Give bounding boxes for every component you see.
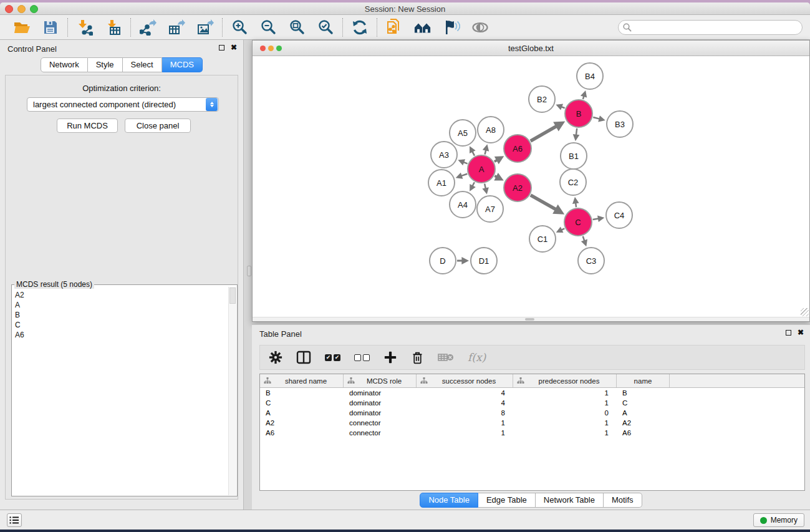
result-scrollbar[interactable] (228, 287, 236, 495)
zoom-in-icon[interactable] (231, 19, 248, 36)
table-toolbar: ✔✔ f(x) (259, 345, 805, 370)
table-row[interactable]: A2connector11A2 (260, 418, 804, 428)
node-label-A6: A6 (513, 144, 523, 153)
select-all-checks-icon[interactable]: ✔✔ (325, 354, 340, 361)
close-table-panel-icon[interactable]: ✖ (798, 329, 804, 336)
cell-predecessor-nodes: 1 (513, 399, 617, 407)
node-label-B4: B4 (585, 72, 595, 81)
delete-table-icon[interactable] (438, 352, 454, 363)
export-image-icon[interactable] (196, 19, 214, 36)
close-panel-icon[interactable]: ✖ (231, 44, 237, 51)
zoom-selected-icon[interactable] (317, 19, 334, 36)
close-panel-button[interactable]: Close panel (125, 118, 191, 133)
mcds-result-box: MCDS result (5 nodes) A2ABCA6 (11, 284, 238, 496)
cell-successor-nodes: 4 (417, 399, 513, 407)
show-eye-icon[interactable] (471, 19, 489, 36)
export-network-icon[interactable] (139, 19, 157, 36)
import-table-icon[interactable] (105, 19, 122, 36)
table-row[interactable]: A6connector11A6 (260, 428, 804, 438)
result-item[interactable]: C (15, 320, 228, 330)
table-row[interactable]: Bdominator41B (260, 388, 804, 398)
tab-mcds[interactable]: MCDS (162, 57, 203, 72)
column-header-shared-name[interactable]: shared name (260, 374, 344, 387)
cell-predecessor-nodes: 0 (513, 409, 617, 417)
cell-name: C (617, 399, 670, 407)
arrowhead (483, 144, 489, 151)
table-row[interactable]: Adominator80A (260, 408, 804, 418)
import-network-icon[interactable] (76, 19, 94, 36)
cell-successor-nodes: 8 (417, 409, 513, 417)
column-header-successor-nodes[interactable]: successor nodes (417, 374, 513, 387)
open-file-icon[interactable] (13, 19, 31, 36)
table-panel: Table Panel ✖ ✔✔ (252, 324, 810, 510)
export-table-icon[interactable] (168, 19, 185, 36)
result-item[interactable]: A (15, 300, 228, 310)
window-resize-grip[interactable] (801, 308, 809, 316)
network-canvas[interactable]: B4B2BB3A5A8A6A3B1AA1C2A2A4A7CC4C1C3DD1 (253, 56, 809, 321)
tab-edge-table[interactable]: Edge Table (478, 493, 536, 508)
network-graph[interactable]: B4B2BB3A5A8A6A3B1AA1C2A2A4A7CC4C1C3DD1 (253, 56, 809, 321)
tab-style[interactable]: Style (88, 57, 123, 72)
node-label-B: B (576, 109, 582, 118)
tab-node-table[interactable]: Node Table (420, 493, 478, 508)
tab-network-table[interactable]: Network Table (536, 493, 604, 508)
cell-MCDS-role: dominator (344, 409, 417, 417)
main-content: Control Panel ✖ NetworkStyleSelectMCDS O… (0, 40, 810, 510)
add-column-icon[interactable] (383, 351, 397, 364)
clone-network-icon[interactable] (385, 19, 403, 36)
criterion-select[interactable]: largest connected component (directed) (27, 97, 219, 112)
network-hscrollbar[interactable] (253, 317, 809, 321)
select-stepper-icon (206, 98, 218, 111)
edge-A6-B[interactable] (531, 126, 557, 141)
save-session-icon[interactable] (42, 19, 59, 36)
node-label-A2: A2 (513, 183, 523, 193)
first-neighbors-icon[interactable] (414, 19, 432, 36)
mcds-result-list[interactable]: A2ABCA6 (12, 287, 228, 495)
hide-graphics-details-icon[interactable] (443, 19, 460, 36)
task-history-button[interactable] (7, 513, 22, 527)
float-table-panel-icon[interactable] (786, 330, 791, 336)
node-label-D1: D1 (479, 256, 489, 266)
arrowhead (456, 173, 463, 179)
splitter-handle[interactable] (247, 266, 251, 276)
result-item[interactable]: B (15, 310, 228, 320)
run-mcds-button[interactable]: Run MCDS (57, 118, 118, 133)
split-columns-icon[interactable] (296, 351, 311, 364)
result-item[interactable]: A6 (15, 330, 228, 340)
search-input[interactable] (618, 20, 803, 35)
control-panel: Control Panel ✖ NetworkStyleSelectMCDS O… (0, 40, 244, 510)
node-label-A4: A4 (458, 200, 468, 210)
delete-column-icon[interactable] (411, 351, 424, 365)
tab-motifs[interactable]: Motifs (604, 493, 642, 508)
zoom-fit-icon[interactable] (288, 19, 306, 36)
node-label-A7: A7 (485, 205, 495, 214)
float-panel-icon[interactable] (219, 45, 224, 51)
network-window-title: testGlobe.txt (253, 44, 809, 53)
tab-select[interactable]: Select (123, 57, 162, 72)
gear-icon[interactable] (269, 351, 282, 364)
arrowhead (598, 115, 605, 122)
screen: Session: New Session (0, 0, 810, 532)
refresh-layout-icon[interactable] (351, 19, 369, 36)
zoom-out-icon[interactable] (259, 19, 277, 36)
memory-label: Memory (771, 516, 798, 525)
cell-name: A2 (617, 419, 670, 427)
cell-shared-name: A (260, 409, 344, 417)
result-item[interactable]: A2 (15, 290, 228, 300)
node-label-A8: A8 (486, 125, 496, 135)
memory-button[interactable]: Memory (753, 513, 804, 527)
column-header-name[interactable]: name (617, 374, 670, 387)
column-header-MCDS-role[interactable]: MCDS role (344, 374, 417, 387)
deselect-checks-icon[interactable] (354, 354, 370, 361)
node-label-C4: C4 (614, 211, 625, 220)
column-header-predecessor-nodes[interactable]: predecessor nodes (513, 374, 617, 387)
function-fx-icon[interactable]: f(x) (468, 351, 486, 364)
cell-successor-nodes: 1 (417, 429, 513, 437)
node-label-C1: C1 (538, 235, 548, 244)
criterion-selected-value: largest connected component (directed) (27, 100, 206, 109)
table-row[interactable]: Cdominator41C (260, 398, 804, 408)
node-label-A5: A5 (458, 128, 468, 138)
node-table-body: Bdominator41BCdominator41CAdominator80AA… (260, 388, 804, 438)
edge-A2-C[interactable] (531, 195, 556, 210)
tab-network[interactable]: Network (41, 57, 88, 72)
